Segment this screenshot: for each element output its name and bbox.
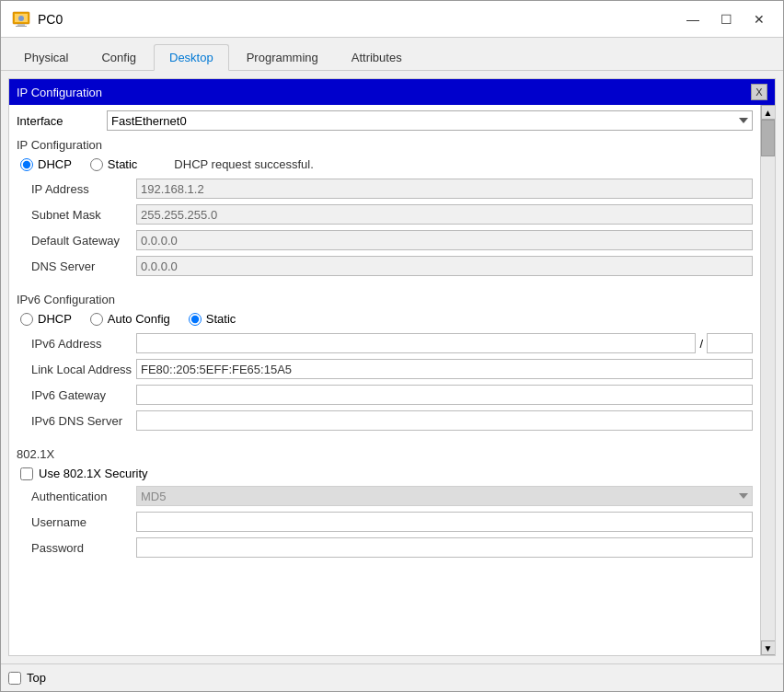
interface-row: Interface FastEthernet0	[17, 110, 753, 131]
ipv6-dns-row: IPv6 DNS Server	[17, 410, 753, 431]
dot1x-checkbox-row: Use 802.1X Security	[17, 467, 753, 480]
top-label: Top	[27, 671, 46, 685]
panel-close-button[interactable]: X	[751, 84, 767, 100]
ipv6-radio-group: DHCP Auto Config Static	[17, 312, 753, 326]
username-label: Username	[17, 515, 136, 529]
close-button[interactable]: ✕	[746, 8, 772, 30]
dot1x-label: Use 802.1X Security	[39, 467, 148, 480]
ipv6-prefix-input[interactable]	[707, 333, 753, 353]
ipv6-dns-input[interactable]	[136, 410, 753, 431]
ipv6-section-header: IPv6 Configuration	[17, 293, 753, 306]
password-row: Password	[17, 537, 753, 558]
main-window: PC0 — ☐ ✕ Physical Config Desktop Progra…	[0, 0, 784, 692]
scrollbar-thumb[interactable]	[761, 120, 775, 156]
title-bar-left: PC0	[12, 10, 63, 29]
ipv6-addr-container: /	[136, 333, 753, 353]
auth-row: Authentication MD5	[17, 486, 753, 506]
tab-config[interactable]: Config	[86, 44, 152, 71]
maximize-button[interactable]: ☐	[713, 8, 739, 30]
panel-body: Interface FastEthernet0 IP Configuration…	[9, 105, 760, 655]
scrollbar-down-button[interactable]: ▼	[761, 640, 776, 655]
static-radio-label[interactable]: Static	[90, 157, 138, 171]
ipv6-dns-label: IPv6 DNS Server	[17, 414, 136, 428]
subnet-mask-row: Subnet Mask	[17, 204, 753, 225]
tabs-bar: Physical Config Desktop Programming Attr…	[1, 38, 783, 71]
dhcp-radio[interactable]	[20, 158, 33, 171]
password-input[interactable]	[136, 537, 753, 558]
svg-rect-3	[16, 26, 27, 27]
ipv6-dhcp-radio-label[interactable]: DHCP	[20, 312, 72, 326]
ip-address-row: IP Address	[17, 179, 753, 199]
tab-desktop[interactable]: Desktop	[154, 44, 229, 71]
ipv6-address-label: IPv6 Address	[17, 337, 136, 351]
ipv4-section-header: IP Configuration	[17, 138, 753, 152]
auth-label: Authentication	[17, 490, 136, 503]
ipv6-static-label: Static	[206, 312, 236, 326]
interface-select[interactable]: FastEthernet0	[107, 110, 753, 131]
panel-title: IP Configuration	[17, 86, 102, 99]
ipv6-static-radio[interactable]	[189, 313, 202, 326]
dhcp-status: DHCP request successful.	[174, 157, 314, 171]
dhcp-label: DHCP	[38, 157, 72, 171]
svg-point-4	[18, 16, 24, 21]
ipv6-address-row: IPv6 Address /	[17, 333, 753, 353]
tab-attributes[interactable]: Attributes	[336, 44, 418, 71]
scrollbar: ▲ ▼	[760, 105, 775, 655]
content-area: IP Configuration X Interface FastEtherne…	[1, 71, 783, 663]
ipv6-gateway-label: IPv6 Gateway	[17, 388, 136, 402]
top-checkbox[interactable]	[8, 672, 21, 685]
svg-rect-2	[17, 24, 25, 26]
subnet-mask-input[interactable]	[136, 204, 753, 225]
link-local-input[interactable]	[136, 359, 753, 379]
ipv6-slash: /	[699, 337, 703, 351]
default-gateway-row: Default Gateway	[17, 230, 753, 250]
panel-body-wrapper: Interface FastEthernet0 IP Configuration…	[9, 105, 775, 655]
ip-address-label: IP Address	[17, 182, 136, 196]
ip-config-panel: IP Configuration X Interface FastEtherne…	[8, 78, 776, 656]
title-bar-controls: — ☐ ✕	[680, 8, 772, 30]
scrollbar-up-button[interactable]: ▲	[761, 105, 776, 120]
ipv6-dhcp-radio[interactable]	[20, 313, 33, 326]
title-bar: PC0 — ☐ ✕	[1, 1, 783, 38]
username-input[interactable]	[136, 512, 753, 532]
dns-server-input[interactable]	[136, 256, 753, 276]
scrollbar-track	[761, 120, 775, 640]
ipv6-gateway-row: IPv6 Gateway	[17, 385, 753, 405]
interface-label: Interface	[17, 114, 99, 128]
ipv6-address-input[interactable]	[136, 333, 696, 353]
pc-icon	[12, 10, 30, 29]
panel-header: IP Configuration X	[9, 79, 775, 105]
bottom-bar: Top	[1, 663, 783, 691]
default-gateway-label: Default Gateway	[17, 234, 136, 248]
dot1x-section-header: 802.1X	[17, 447, 753, 461]
dns-server-row: DNS Server	[17, 256, 753, 276]
password-label: Password	[17, 541, 136, 555]
ipv6-autoconfig-label: Auto Config	[108, 312, 170, 326]
username-row: Username	[17, 512, 753, 532]
ip-address-input[interactable]	[136, 179, 753, 199]
ipv6-gateway-input[interactable]	[136, 385, 753, 405]
subnet-mask-label: Subnet Mask	[17, 208, 136, 222]
static-radio[interactable]	[90, 158, 103, 171]
auth-select[interactable]: MD5	[136, 486, 753, 506]
ipv6-autoconfig-radio[interactable]	[90, 313, 103, 326]
main-panel: IP Configuration X Interface FastEtherne…	[1, 71, 783, 663]
default-gateway-input[interactable]	[136, 230, 753, 250]
dns-server-label: DNS Server	[17, 260, 136, 273]
static-label: Static	[108, 157, 138, 171]
ipv4-radio-group: DHCP Static DHCP request successful.	[17, 157, 753, 171]
ipv6-dhcp-label: DHCP	[38, 312, 72, 326]
tab-programming[interactable]: Programming	[231, 44, 334, 71]
minimize-button[interactable]: —	[680, 8, 706, 30]
ipv6-autoconfig-radio-label[interactable]: Auto Config	[90, 312, 170, 326]
link-local-label: Link Local Address	[17, 363, 136, 376]
window-title: PC0	[38, 12, 63, 27]
link-local-row: Link Local Address	[17, 359, 753, 379]
dot1x-checkbox[interactable]	[20, 467, 33, 480]
tab-physical[interactable]: Physical	[8, 44, 84, 71]
dhcp-radio-label[interactable]: DHCP	[20, 157, 72, 171]
ipv6-static-radio-label[interactable]: Static	[189, 312, 236, 326]
